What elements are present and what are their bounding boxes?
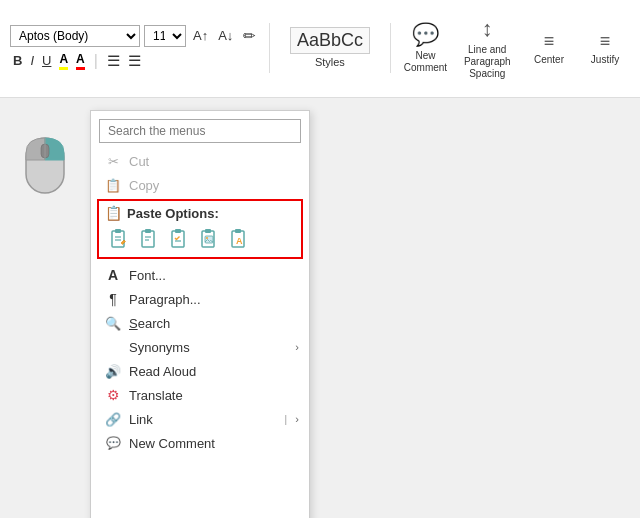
bold-button[interactable]: B	[10, 52, 25, 69]
font-icon: A	[105, 267, 121, 283]
svg-rect-4	[115, 229, 121, 233]
search-menu-item[interactable]: 🔍 Search	[91, 311, 309, 335]
styles-button[interactable]: AaBbCc Styles	[280, 23, 380, 72]
cut-menu-item[interactable]: ✂ Cut	[91, 149, 309, 173]
synonyms-menu-item[interactable]: Synonyms ›	[91, 335, 309, 359]
justify-icon: ≡	[600, 31, 611, 52]
search-icon: 🔍	[105, 315, 121, 331]
copy-label: Copy	[129, 178, 159, 193]
toolbar-divider-1	[269, 23, 270, 73]
center-button[interactable]: ≡ Center	[524, 27, 574, 69]
font-shrink-button[interactable]: A↓	[215, 27, 236, 44]
translate-icon: ⚙	[105, 387, 121, 403]
new-comment-label: NewComment	[404, 50, 447, 74]
paste-text-only-button[interactable]: A	[225, 225, 253, 253]
italic-button[interactable]: I	[27, 52, 37, 69]
paste-plain-button[interactable]	[135, 225, 163, 253]
highlight-button[interactable]: A	[56, 51, 71, 71]
menu-search-input[interactable]	[99, 119, 301, 143]
center-icon: ≡	[544, 31, 555, 52]
mouse-area	[0, 98, 90, 518]
paste-options-label-row: 📋 Paste Options:	[105, 205, 295, 221]
toolbar-divider-2	[390, 23, 391, 73]
svg-rect-12	[175, 229, 181, 233]
paste-icons-row: A	[105, 225, 295, 253]
translate-label: Translate	[129, 388, 183, 403]
copy-menu-item[interactable]: 📋 Copy	[91, 173, 309, 197]
font-size-select[interactable]: 11	[144, 25, 186, 47]
svg-rect-3	[112, 231, 124, 247]
paste-merge-button[interactable]	[165, 225, 193, 253]
paste-icon: 📋	[105, 205, 121, 221]
font-family-select[interactable]: Aptos (Body)	[10, 25, 140, 47]
cut-icon: ✂	[105, 153, 121, 169]
svg-rect-7	[142, 231, 154, 247]
synonyms-label: Synonyms	[129, 340, 190, 355]
new-comment-icon: 💬	[105, 435, 121, 451]
menu-search-container	[99, 119, 301, 143]
format-row: B I U A A | ☰ ☰	[10, 51, 259, 71]
line-spacing-icon: ↕	[482, 16, 493, 42]
synonyms-chevron: ›	[295, 341, 299, 353]
toolbar-left: Aptos (Body) 11 A↑ A↓ ✏ B I U A A | ☰ ☰	[10, 25, 259, 71]
svg-rect-16	[205, 236, 213, 243]
paste-options-section: 📋 Paste Options:	[97, 199, 303, 259]
context-menu: ✂ Cut 📋 Copy 📋 Paste Options:	[90, 110, 310, 518]
font-grow-button[interactable]: A↑	[190, 27, 211, 44]
font-menu-item[interactable]: A Font...	[91, 263, 309, 287]
mouse-illustration	[18, 118, 73, 198]
translate-menu-item[interactable]: ⚙ Translate	[91, 383, 309, 407]
cut-label: Cut	[129, 154, 149, 169]
font-row: Aptos (Body) 11 A↑ A↓ ✏	[10, 25, 259, 47]
line-spacing-button[interactable]: ↕ Line andParagraph Spacing	[456, 12, 518, 84]
underline-button[interactable]: U	[39, 52, 54, 69]
toolbar: Aptos (Body) 11 A↑ A↓ ✏ B I U A A | ☰ ☰	[0, 0, 640, 98]
new-comment-label: New Comment	[129, 436, 215, 451]
copy-icon: 📋	[105, 177, 121, 193]
svg-rect-15	[205, 229, 211, 233]
justify-label: Justify	[591, 54, 619, 65]
link-chevron: ›	[295, 413, 299, 425]
styles-icon: AaBbCc	[290, 27, 370, 54]
svg-rect-19	[235, 229, 241, 233]
paragraph-menu-item[interactable]: ¶ Paragraph...	[91, 287, 309, 311]
main-area: ✂ Cut 📋 Copy 📋 Paste Options:	[0, 98, 640, 518]
link-menu-item[interactable]: 🔗 Link | ›	[91, 407, 309, 431]
svg-text:A: A	[236, 236, 243, 246]
number-list-button[interactable]: ☰	[125, 51, 144, 71]
paste-keep-source-button[interactable]	[105, 225, 133, 253]
clear-format-button[interactable]: ✏	[240, 26, 259, 46]
center-label: Center	[534, 54, 564, 65]
new-comment-button[interactable]: 💬 NewComment	[400, 18, 450, 78]
bullet-list-button[interactable]: ☰	[104, 51, 123, 71]
link-icon: 🔗	[105, 411, 121, 427]
synonyms-icon	[105, 339, 121, 355]
new-comment-icon: 💬	[412, 22, 439, 48]
styles-label: Styles	[315, 56, 345, 68]
svg-point-17	[206, 237, 208, 239]
paragraph-icon: ¶	[105, 291, 121, 307]
paste-picture-button[interactable]	[195, 225, 223, 253]
font-label: Font...	[129, 268, 166, 283]
paste-options-text: Paste Options:	[127, 206, 219, 221]
line-spacing-label: Line andParagraph Spacing	[464, 44, 511, 80]
justify-button[interactable]: ≡ Justify	[580, 27, 630, 69]
paragraph-label: Paragraph...	[129, 292, 201, 307]
svg-rect-11	[172, 231, 184, 247]
svg-rect-8	[145, 229, 151, 233]
search-label: Search	[129, 316, 170, 331]
read-aloud-menu-item[interactable]: 🔊 Read Aloud	[91, 359, 309, 383]
link-shortcut: |	[284, 414, 287, 425]
read-aloud-label: Read Aloud	[129, 364, 196, 379]
font-color-button[interactable]: A	[73, 51, 88, 71]
link-label: Link	[129, 412, 153, 427]
new-comment-menu-item[interactable]: 💬 New Comment	[91, 431, 309, 455]
read-aloud-icon: 🔊	[105, 363, 121, 379]
